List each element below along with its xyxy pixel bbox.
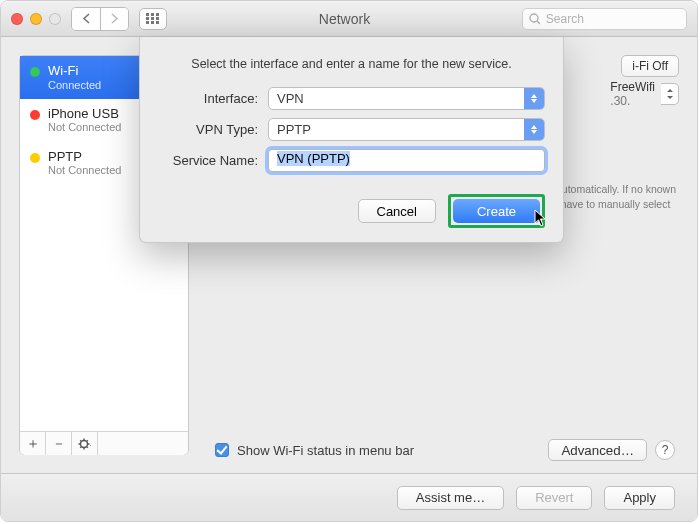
interface-select[interactable]: VPN	[268, 87, 545, 110]
vpn-type-label: VPN Type:	[158, 122, 268, 137]
cursor-icon	[534, 209, 548, 227]
sheet-prompt: Select the interface and enter a name fo…	[158, 57, 545, 71]
network-name-value: FreeWifi	[610, 80, 655, 94]
svg-point-11	[81, 440, 88, 447]
show-all-button[interactable]	[139, 8, 167, 30]
advanced-button[interactable]: Advanced…	[548, 439, 647, 461]
svg-rect-6	[146, 21, 149, 24]
grid-icon	[146, 13, 160, 24]
maximize-window-button[interactable]	[49, 13, 61, 25]
service-name-input[interactable]	[275, 150, 538, 167]
sidebar-item-label: Wi-Fi	[48, 63, 101, 79]
show-status-checkbox[interactable]	[215, 443, 229, 457]
svg-rect-3	[146, 17, 149, 20]
back-button[interactable]	[72, 8, 100, 30]
service-name-label: Service Name:	[158, 153, 268, 168]
chevron-right-icon	[110, 13, 119, 24]
interface-label: Interface:	[158, 91, 268, 106]
assist-button[interactable]: Assist me…	[397, 486, 504, 510]
svg-line-18	[80, 446, 81, 447]
remove-service-button[interactable]: －	[46, 432, 72, 455]
svg-line-19	[87, 440, 88, 441]
network-name-select[interactable]: FreeWifi .30.	[610, 83, 679, 105]
toggle-wifi-button[interactable]: i-Fi Off	[621, 55, 679, 77]
svg-rect-1	[151, 13, 154, 16]
window-toolbar: Network	[1, 1, 697, 37]
svg-rect-8	[156, 21, 159, 24]
add-service-button[interactable]: ＋	[20, 432, 46, 455]
status-dot-icon	[30, 110, 40, 120]
svg-rect-2	[156, 13, 159, 16]
svg-rect-4	[151, 17, 154, 20]
footer-bar: Assist me… Revert Apply	[1, 473, 697, 521]
sidebar-controls: ＋ －	[20, 431, 188, 455]
search-field[interactable]	[522, 8, 687, 30]
apply-button[interactable]: Apply	[604, 486, 675, 510]
svg-line-10	[537, 21, 540, 24]
updown-icon	[524, 88, 544, 109]
sidebar-item-label: iPhone USB	[48, 106, 121, 122]
status-dot-icon	[30, 67, 40, 77]
chevron-left-icon	[82, 13, 91, 24]
svg-rect-7	[151, 21, 154, 24]
sidebar-item-status: Connected	[48, 79, 101, 92]
nav-back-forward	[71, 7, 129, 31]
minimize-window-button[interactable]	[30, 13, 42, 25]
updown-icon	[661, 83, 679, 105]
bottom-row: Show Wi-Fi status in menu bar Advanced… …	[211, 439, 675, 461]
sidebar-item-status: Not Connected	[48, 121, 121, 134]
interface-value: VPN	[269, 88, 524, 109]
window-title: Network	[177, 11, 512, 27]
create-button[interactable]: Create	[453, 199, 540, 223]
vpn-type-select[interactable]: PPTP	[268, 118, 545, 141]
service-name-field[interactable]	[268, 149, 545, 172]
show-status-label: Show Wi-Fi status in menu bar	[237, 443, 414, 458]
svg-line-16	[80, 440, 81, 441]
updown-icon	[524, 119, 544, 140]
status-dot-icon	[30, 153, 40, 163]
svg-point-9	[530, 14, 538, 22]
search-icon	[529, 13, 540, 25]
traffic-lights	[11, 13, 61, 25]
close-window-button[interactable]	[11, 13, 23, 25]
cancel-button[interactable]: Cancel	[358, 199, 436, 223]
revert-button[interactable]: Revert	[516, 486, 592, 510]
svg-line-17	[87, 446, 88, 447]
svg-rect-5	[156, 17, 159, 20]
service-actions-button[interactable]	[72, 432, 98, 455]
vpn-type-value: PPTP	[269, 119, 524, 140]
sidebar-item-label: PPTP	[48, 149, 121, 165]
new-service-sheet: Select the interface and enter a name fo…	[139, 37, 564, 243]
forward-button[interactable]	[100, 8, 128, 30]
help-button[interactable]: ?	[655, 440, 675, 460]
gear-icon	[78, 438, 91, 450]
tutorial-highlight: Create	[448, 194, 545, 228]
sidebar-item-status: Not Connected	[48, 164, 121, 177]
svg-rect-0	[146, 13, 149, 16]
search-input[interactable]	[544, 11, 680, 27]
network-name-subvalue: .30.	[610, 94, 655, 108]
